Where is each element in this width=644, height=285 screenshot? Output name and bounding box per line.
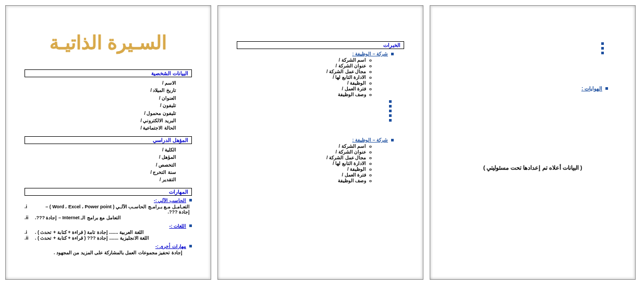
job-2-address: عنوان الشركة	[336, 149, 367, 155]
square-bullet-icon	[391, 139, 394, 141]
job-2-company: اسم الشركة	[339, 144, 367, 149]
square-bullet-icon	[189, 245, 192, 247]
field-address: العنوان	[25, 94, 176, 102]
job-2-dept: الادارة التابع لها	[333, 161, 366, 166]
skill-other-row: مهارات أخرى :-	[25, 244, 192, 249]
skill-computer-2: التعامل مع برامج الـ Internet – إجادة ??…	[35, 215, 121, 220]
square-bullet-icon	[389, 100, 392, 103]
job-2-fields: oاسم الشركة oعنوان الشركة oمجال عمل الشر…	[237, 144, 383, 183]
square-bullet-icon	[389, 105, 392, 108]
job-2-position: الوظيفة	[347, 167, 366, 172]
job-1-dept: الادارة التابع لها	[333, 75, 366, 80]
circle-bullet-icon: o	[369, 76, 372, 80]
personal-fields: الاسم تاريخ الميلاد العنوان تليفون تليفو…	[25, 79, 192, 132]
circle-bullet-icon: o	[369, 81, 372, 86]
field-major: التخصص	[25, 161, 176, 169]
circle-bullet-icon: o	[369, 70, 372, 74]
square-bullet-icon	[389, 110, 392, 112]
section-experience-header: الخبرات	[237, 41, 404, 49]
page-2: الخبرات شركة – الوظيفة : oاسم الشركة oعن…	[217, 5, 423, 280]
skill-computer-label: الحاسب الآلي :-	[154, 198, 186, 203]
blank-bullets-1	[237, 100, 392, 122]
job-2-desc: وصف الوظيفة	[338, 178, 367, 183]
page-3: الهوايات : البيانات أعلاه تم إعدادها تحت…	[430, 5, 636, 280]
field-degree: المؤهل	[25, 153, 176, 161]
hobbies-row: الهوايات :	[449, 86, 608, 91]
job-1-label: شركة – الوظيفة :	[352, 51, 388, 56]
skill-languages-row: اللغات :-	[25, 223, 192, 229]
skill-computer-1: التعـامـل مـع بـرامـج الحاسـب الآلـي ( W…	[34, 204, 190, 215]
blank-bullets-2	[449, 42, 604, 54]
field-marital: الحالة الاجتماعية	[25, 124, 176, 132]
job-1-position: الوظيفة	[347, 80, 366, 86]
skill-computer-items: .iالتعـامـل مـع بـرامـج الحاسـب الآلـي (…	[25, 204, 192, 220]
skill-languages-items: .iاللغة العربية ....... إجادة تامة ( قرا…	[25, 230, 192, 241]
section-personal-header: البيانات الشخصية	[25, 69, 192, 77]
circle-bullet-icon: o	[369, 58, 372, 63]
circle-bullet-icon: o	[369, 150, 372, 155]
square-bullet-icon	[601, 52, 604, 54]
page-container: السـيرة الذاتيـة البيانات الشخصية الاسم …	[5, 5, 639, 280]
education-fields: الكلية المؤهل التخصص سنة التخرج التقدير	[25, 146, 192, 184]
field-grade: التقدير	[25, 176, 176, 183]
square-bullet-icon	[391, 53, 394, 55]
circle-bullet-icon: o	[369, 173, 372, 177]
skill-languages-1: اللغة العربية ....... إجادة تامة ( قراءة…	[35, 230, 144, 235]
field-college: الكلية	[25, 146, 176, 153]
job-1-company: اسم الشركة	[339, 57, 367, 63]
job-2-label: شركة – الوظيفة :	[352, 137, 388, 142]
skill-languages-label: اللغات :-	[169, 223, 187, 229]
roman-i: .i	[25, 204, 31, 215]
hobbies-label: الهوايات :	[581, 86, 602, 91]
job-2-period: فترة العمل	[342, 172, 367, 177]
job-1-field: مجال عمل الشركة	[326, 69, 366, 74]
hobbies-section: الهوايات :	[449, 86, 608, 91]
square-bullet-icon	[601, 42, 604, 45]
field-gradyear: سنة التخرج	[25, 169, 176, 176]
job-1-fields: oاسم الشركة oعنوان الشركة oمجال عمل الشر…	[237, 57, 383, 97]
skill-other-label: مهارات أخرى :-	[155, 244, 186, 249]
field-email: البريد الالكتروني	[25, 117, 176, 124]
circle-bullet-icon: o	[369, 179, 372, 183]
job-1-period: فترة العمل	[342, 86, 367, 91]
document-title: السـيرة الذاتيـة	[25, 32, 192, 54]
circle-bullet-icon: o	[369, 145, 372, 149]
skill-languages-2: اللغة الانجليزية ....... إجادة ??? ( قرا…	[35, 235, 149, 241]
circle-bullet-icon: o	[369, 87, 372, 91]
circle-bullet-icon: o	[369, 162, 372, 166]
square-bullet-icon	[189, 199, 192, 201]
field-mobile: تليفون محمول	[25, 110, 176, 117]
square-bullet-icon	[601, 47, 604, 50]
job-1-address: عنوان الشركة	[336, 63, 367, 68]
square-bullet-icon	[605, 87, 608, 90]
circle-bullet-icon: o	[369, 64, 372, 68]
skill-computer-row: الحاسب الآلي :-	[25, 198, 192, 203]
job-2-field: مجال عمل الشركة	[326, 155, 366, 160]
field-phone: تليفون	[25, 102, 176, 109]
section-education-header: المؤهل الدراسي	[25, 136, 192, 144]
skill-other-text: إجادة تحفيز مجموعات العمل بالمشاركة على …	[25, 250, 192, 255]
circle-bullet-icon: o	[369, 156, 372, 160]
section-skills-header: المهارات	[25, 188, 192, 196]
field-name: الاسم	[25, 79, 176, 87]
disclaimer: البيانات أعلاه تم إعدادها تحت مسئوليتي	[449, 164, 616, 171]
roman-ii: .ii	[25, 215, 32, 220]
square-bullet-icon	[189, 224, 192, 227]
circle-bullet-icon: o	[369, 93, 372, 97]
job-1-desc: وصف الوظيفة	[338, 92, 367, 97]
circle-bullet-icon: o	[369, 168, 372, 172]
page-1: السـيرة الذاتيـة البيانات الشخصية الاسم …	[5, 5, 211, 280]
job-1-header-row: شركة – الوظيفة :	[237, 51, 394, 56]
roman-i: .i	[25, 230, 32, 235]
roman-ii: .ii	[25, 235, 32, 241]
square-bullet-icon	[389, 114, 392, 117]
square-bullet-icon	[389, 119, 392, 122]
field-dob: تاريخ الميلاد	[25, 87, 176, 94]
job-2-header-row: شركة – الوظيفة :	[237, 137, 394, 142]
